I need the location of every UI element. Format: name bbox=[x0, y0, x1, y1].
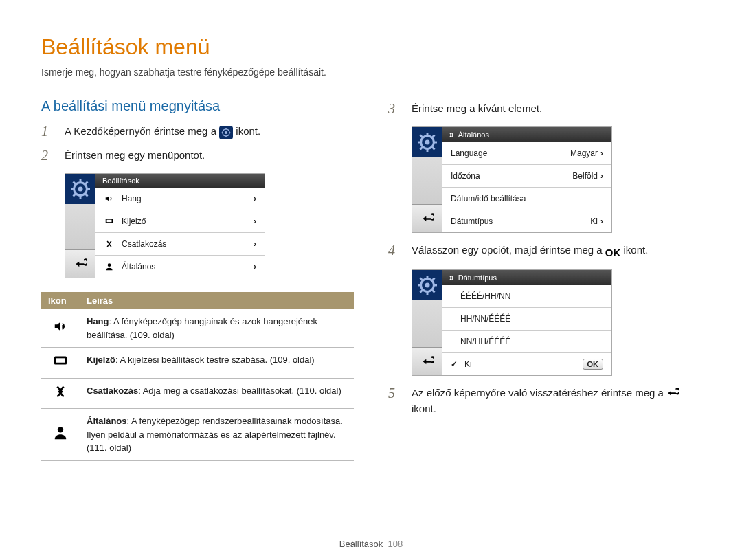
svg-line-32 bbox=[420, 135, 424, 139]
display-icon bbox=[41, 348, 80, 379]
svg-line-45 bbox=[431, 278, 435, 282]
icon-description-table: Ikon Leírás Hang: A fényképezőgép hangja… bbox=[41, 292, 354, 461]
sound-icon bbox=[41, 309, 80, 348]
step-3-text: Érintse meg a kívánt elemet. bbox=[412, 101, 542, 117]
svg-line-35 bbox=[431, 135, 435, 139]
settings-menu-mock: Beállítások Hang › Kijelző › Csatlakozás… bbox=[65, 173, 265, 278]
ok-button[interactable]: OK bbox=[583, 359, 604, 370]
option-mmdd[interactable]: HH/NN/ÉÉÉÉ bbox=[442, 308, 611, 331]
step-number-5: 5 bbox=[388, 385, 402, 401]
svg-line-34 bbox=[420, 146, 424, 150]
back-button[interactable] bbox=[65, 249, 95, 278]
svg-point-27 bbox=[425, 140, 430, 145]
display-icon bbox=[104, 216, 115, 227]
mock-header: »Dátumtípus bbox=[442, 270, 611, 285]
svg-line-18 bbox=[74, 193, 77, 197]
svg-line-19 bbox=[85, 182, 88, 186]
back-button[interactable] bbox=[412, 347, 442, 375]
chevron-right-icon: » bbox=[449, 130, 454, 139]
step-5-text: Az előző képernyőre való visszatéréshez … bbox=[412, 385, 701, 416]
chevron-right-icon: › bbox=[600, 148, 603, 158]
svg-line-43 bbox=[431, 289, 435, 293]
svg-rect-21 bbox=[107, 220, 112, 223]
svg-line-44 bbox=[420, 289, 424, 293]
menu-item-altalanos[interactable]: Általános › bbox=[95, 256, 265, 278]
svg-rect-24 bbox=[56, 358, 65, 362]
step-2-text: Érintsen meg egy menüpontot. bbox=[65, 148, 205, 164]
chevron-right-icon: » bbox=[449, 273, 454, 282]
back-icon bbox=[666, 386, 679, 400]
menu-item-datetype[interactable]: Dátumtípus Ki› bbox=[442, 210, 611, 232]
back-icon bbox=[420, 355, 434, 368]
menu-item-hang[interactable]: Hang › bbox=[95, 188, 265, 210]
general-menu-mock: »Általános Language Magyar› Időzóna Belf… bbox=[412, 126, 612, 233]
page-subtitle: Ismerje meg, hogyan szabhatja testre fén… bbox=[41, 67, 701, 78]
chevron-right-icon: › bbox=[600, 171, 603, 181]
section-heading: A beállítási menü megnyitása bbox=[41, 98, 354, 114]
step-number-3: 3 bbox=[388, 101, 402, 117]
svg-line-16 bbox=[74, 182, 77, 186]
step-number-4: 4 bbox=[388, 243, 402, 258]
svg-point-25 bbox=[58, 427, 63, 432]
sound-icon bbox=[104, 193, 115, 204]
ok-icon: OK bbox=[605, 246, 621, 260]
gear-icon bbox=[219, 126, 233, 139]
step-1-text: A Kezdőképernyőn érintse meg a ikont. bbox=[65, 124, 260, 139]
connection-icon bbox=[104, 238, 115, 249]
svg-line-33 bbox=[431, 146, 435, 150]
step-number-1: 1 bbox=[41, 124, 55, 139]
connection-icon bbox=[41, 378, 80, 409]
gear-icon bbox=[65, 174, 95, 204]
option-off[interactable]: ✓Ki OK bbox=[442, 353, 611, 375]
step-4-text: Válasszon egy opciót, majd érintse meg a… bbox=[412, 243, 648, 260]
page-title: Beállítások menü bbox=[41, 34, 701, 60]
menu-item-datetime[interactable]: Dátum/idő beállítása bbox=[442, 188, 611, 210]
svg-point-22 bbox=[108, 263, 111, 267]
datetype-menu-mock: »Dátumtípus ÉÉÉÉ/HH/NN HH/NN/ÉÉÉÉ NN/HH/… bbox=[412, 269, 612, 376]
desc-csatlakozas: Csatlakozás: Adja meg a csatlakozási beá… bbox=[80, 378, 354, 409]
gear-icon bbox=[412, 127, 442, 157]
option-yyyy[interactable]: ÉÉÉÉ/HH/NN bbox=[442, 285, 611, 308]
back-icon bbox=[74, 257, 87, 271]
menu-item-csatlakozas[interactable]: Csatlakozás › bbox=[95, 233, 265, 256]
menu-item-language[interactable]: Language Magyar› bbox=[442, 142, 611, 165]
chevron-right-icon: › bbox=[254, 239, 256, 249]
chevron-right-icon: › bbox=[254, 194, 256, 203]
step-number-2: 2 bbox=[41, 148, 55, 164]
chevron-right-icon: › bbox=[254, 216, 256, 226]
svg-point-11 bbox=[78, 187, 83, 192]
general-icon bbox=[41, 409, 80, 461]
th-icon: Ikon bbox=[41, 292, 80, 309]
general-icon bbox=[104, 261, 115, 272]
th-desc: Leírás bbox=[80, 292, 354, 309]
mock-header: Beállítások bbox=[95, 174, 265, 188]
menu-item-kijelzo[interactable]: Kijelző › bbox=[95, 210, 265, 233]
svg-line-17 bbox=[85, 193, 88, 197]
desc-hang: Hang: A fényképezőgép hangjainak és azok… bbox=[80, 309, 354, 348]
gear-icon bbox=[412, 270, 442, 300]
page-footer: Beállítások 108 bbox=[0, 539, 742, 549]
desc-kijelzo: Kijelző: A kijelzési beállítások testre … bbox=[80, 348, 354, 379]
svg-point-1 bbox=[225, 131, 227, 134]
svg-point-37 bbox=[425, 283, 430, 288]
mock-header: »Általános bbox=[442, 127, 611, 142]
option-ddmm[interactable]: NN/HH/ÉÉÉÉ bbox=[442, 331, 611, 353]
chevron-right-icon: › bbox=[254, 262, 256, 271]
svg-line-42 bbox=[420, 278, 424, 282]
check-icon: ✓ bbox=[451, 359, 458, 369]
back-button[interactable] bbox=[412, 204, 442, 232]
back-icon bbox=[420, 212, 434, 225]
chevron-right-icon: › bbox=[600, 216, 603, 226]
menu-item-timezone[interactable]: Időzóna Belföld› bbox=[442, 165, 611, 188]
desc-altalanos: Általános: A fényképezőgép rendszerbeáll… bbox=[80, 409, 354, 461]
